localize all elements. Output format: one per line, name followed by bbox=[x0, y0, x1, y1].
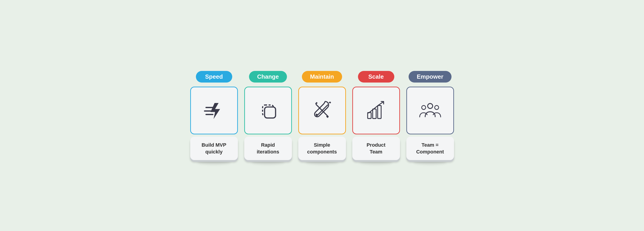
card-empower: Empower Team =Component bbox=[406, 71, 454, 160]
svg-rect-11 bbox=[378, 106, 381, 118]
label-scale: ProductTeam bbox=[352, 137, 400, 160]
card-maintain: Maintain Simplecomponents bbox=[298, 71, 346, 160]
empower-icon bbox=[418, 98, 443, 123]
icon-card-maintain bbox=[298, 87, 346, 134]
svg-marker-3 bbox=[210, 103, 220, 119]
card-change: Change Rapiditerations bbox=[244, 71, 292, 160]
maintain-icon bbox=[310, 98, 334, 123]
svg-point-13 bbox=[422, 106, 426, 110]
speed-icon bbox=[202, 98, 226, 123]
scale-icon bbox=[364, 98, 388, 123]
icon-card-speed bbox=[190, 87, 238, 134]
svg-point-12 bbox=[428, 103, 433, 108]
card-scale: Scale ProductTeam bbox=[352, 71, 400, 160]
svg-rect-9 bbox=[368, 113, 371, 118]
label-change: Rapiditerations bbox=[244, 137, 292, 160]
svg-point-14 bbox=[434, 106, 438, 110]
icon-card-scale bbox=[352, 87, 400, 134]
badge-scale: Scale bbox=[358, 71, 394, 83]
badge-speed: Speed bbox=[196, 71, 232, 83]
badge-maintain: Maintain bbox=[302, 71, 342, 83]
change-icon bbox=[256, 98, 280, 123]
label-speed: Build MVPquickly bbox=[190, 137, 238, 160]
main-container: Speed Build MVPquickly Change Rapiditera bbox=[190, 71, 454, 160]
label-empower: Team =Component bbox=[406, 137, 454, 160]
card-speed: Speed Build MVPquickly bbox=[190, 71, 238, 160]
icon-card-change bbox=[244, 87, 292, 134]
badge-empower: Empower bbox=[408, 71, 452, 83]
label-maintain: Simplecomponents bbox=[298, 137, 346, 160]
badge-change: Change bbox=[249, 71, 287, 83]
svg-rect-10 bbox=[372, 109, 376, 118]
svg-rect-5 bbox=[264, 107, 275, 118]
icon-card-empower bbox=[406, 87, 454, 134]
